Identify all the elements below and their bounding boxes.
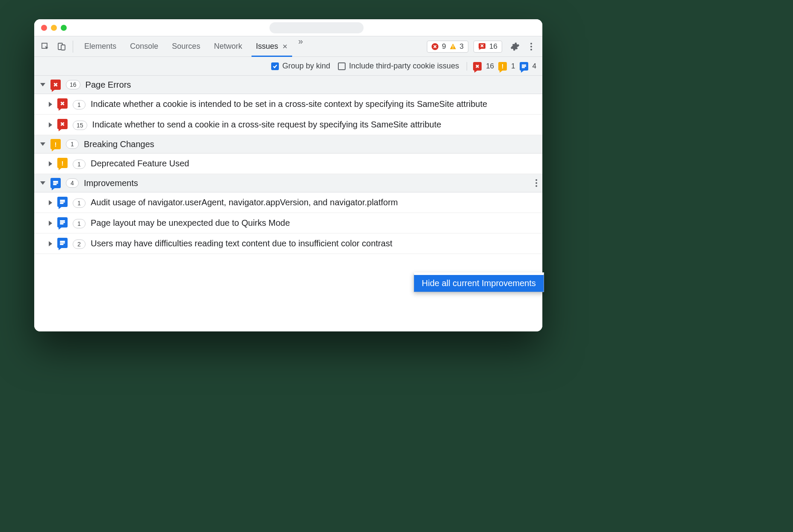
issues-status-pill[interactable]: 16 (473, 41, 502, 53)
issue-text: Audit usage of navigator.userAgent, navi… (91, 197, 536, 208)
inspect-element-icon[interactable] (38, 40, 52, 53)
titlebar: DevTools (34, 19, 542, 36)
error-bubble-icon (478, 43, 486, 50)
group-header[interactable]: !1Breaking Changes (34, 135, 542, 154)
info-kind-count: 4 (533, 62, 536, 71)
warning-bubble-icon: ! (50, 139, 61, 149)
info-bubble-icon (57, 197, 68, 207)
group-count: 4 (66, 178, 79, 188)
checkbox-icon (338, 62, 346, 70)
devtools-tabbar: Elements Console Sources Network Issues … (34, 36, 542, 57)
tab-sources[interactable]: Sources (165, 36, 207, 56)
disclosure-triangle-icon (49, 161, 52, 166)
info-bubble-icon (520, 62, 528, 71)
kind-counts: 16 ! 1 4 (467, 62, 536, 71)
console-status-pill[interactable]: 9 3 (427, 41, 468, 53)
disclosure-triangle-icon (40, 83, 45, 86)
issue-text: Deprecated Feature Used (91, 158, 536, 169)
settings-gear-icon[interactable] (508, 40, 522, 53)
svg-rect-5 (453, 48, 453, 49)
checkbox-label: Group by kind (282, 62, 330, 71)
issue-row[interactable]: !1Deprecated Feature Used (34, 154, 542, 174)
error-circle-icon (432, 43, 438, 50)
issue-row[interactable]: 2Users may have difficulties reading tex… (34, 233, 542, 254)
tab-label: Console (130, 42, 158, 51)
disclosure-triangle-icon (40, 181, 45, 185)
group-title: Improvements (84, 178, 138, 188)
issues-count: 16 (489, 42, 497, 51)
disclosure-triangle-icon (49, 221, 52, 226)
minimize-window-button[interactable] (51, 25, 57, 31)
group-count: 1 (66, 139, 79, 149)
warning-triangle-icon (450, 43, 456, 50)
group-count: 16 (66, 80, 80, 89)
tab-elements[interactable]: Elements (77, 36, 123, 56)
issue-count: 15 (73, 121, 87, 130)
group-more-menu-icon[interactable] (536, 179, 537, 187)
error-bubble-icon (473, 62, 482, 71)
tab-console[interactable]: Console (123, 36, 165, 56)
divider (73, 41, 73, 53)
disclosure-triangle-icon (49, 102, 52, 107)
warning-count: 3 (460, 42, 464, 51)
checkbox-icon (271, 62, 279, 70)
group-title: Page Errors (86, 80, 131, 90)
issue-count: 2 (73, 239, 86, 249)
error-bubble-icon (57, 119, 68, 129)
tab-network[interactable]: Network (207, 36, 249, 56)
issue-count: 1 (73, 219, 86, 228)
more-tabs-icon[interactable]: » (295, 36, 306, 56)
disclosure-triangle-icon (49, 241, 52, 246)
traffic-lights (34, 25, 67, 31)
close-icon[interactable]: ✕ (282, 43, 288, 50)
group-title: Breaking Changes (84, 139, 154, 149)
error-bubble-icon (50, 80, 61, 90)
warning-bubble-icon: ! (57, 158, 68, 168)
info-bubble-icon (50, 178, 61, 188)
warning-kind-count: 1 (511, 62, 515, 71)
group-header[interactable]: 16Page Errors (34, 76, 542, 94)
issue-row[interactable]: 1Indicate whether a cookie is intended t… (34, 94, 542, 115)
issue-row[interactable]: 1Page layout may be unexpected due to Qu… (34, 213, 542, 233)
warning-bubble-icon: ! (498, 62, 507, 71)
issue-row[interactable]: 1Audit usage of navigator.userAgent, nav… (34, 192, 542, 213)
disclosure-triangle-icon (40, 142, 45, 146)
panel-tabs: Elements Console Sources Network Issues … (77, 36, 306, 56)
disclosure-triangle-icon (49, 122, 52, 127)
issue-text: Indicate whether a cookie is intended to… (91, 98, 536, 110)
issues-list[interactable]: 16Page Errors1Indicate whether a cookie … (34, 76, 542, 331)
tab-label: Elements (84, 42, 116, 51)
include-3p-checkbox[interactable]: Include third-party cookie issues (338, 62, 459, 71)
checkbox-label: Include third-party cookie issues (349, 62, 459, 71)
tab-label: Issues (256, 42, 278, 51)
issue-row[interactable]: 15Indicate whether to send a cookie in a… (34, 115, 542, 135)
toggle-device-icon[interactable] (55, 40, 68, 53)
zoom-window-button[interactable] (61, 25, 67, 31)
svg-rect-2 (61, 45, 65, 50)
group-by-kind-checkbox[interactable]: Group by kind (271, 62, 330, 71)
issue-text: Indicate whether to send a cookie in a c… (92, 119, 536, 130)
info-bubble-icon (57, 217, 68, 228)
issue-count: 1 (73, 100, 86, 109)
disclosure-triangle-icon (49, 200, 52, 205)
svg-rect-4 (453, 45, 453, 47)
info-bubble-icon (57, 238, 68, 248)
tab-issues[interactable]: Issues ✕ (249, 36, 295, 56)
tab-label: Sources (172, 42, 200, 51)
close-window-button[interactable] (41, 25, 47, 31)
tab-label: Network (214, 42, 242, 51)
error-bubble-icon (57, 98, 68, 109)
error-count: 9 (442, 42, 446, 51)
more-menu-icon[interactable] (524, 40, 538, 53)
group-header[interactable]: 4Improvements (34, 174, 542, 192)
issues-toolbar: Group by kind Include third-party cookie… (34, 57, 542, 76)
issue-count: 1 (73, 198, 86, 208)
issue-text: Users may have difficulties reading text… (91, 238, 536, 249)
error-kind-count: 16 (486, 62, 494, 71)
issue-text: Page layout may be unexpected due to Qui… (91, 217, 536, 229)
context-menu-item[interactable]: Hide all current Improvements (414, 272, 544, 292)
context-menu-label: Hide all current Improvements (422, 278, 536, 288)
url-chip (269, 22, 364, 33)
issue-count: 1 (73, 160, 86, 169)
